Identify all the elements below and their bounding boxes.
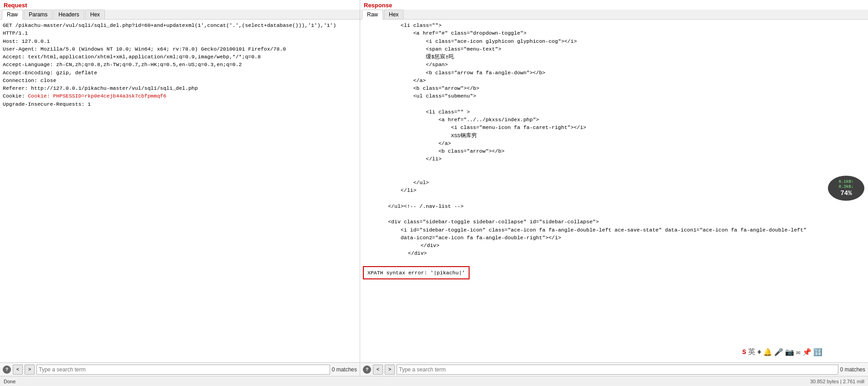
response-help-button[interactable]: ?: [363, 365, 371, 374]
resp-line-5: 缓$惩宸±吒: [363, 53, 865, 61]
resp-line-17: </li>: [363, 155, 865, 163]
request-panel: Request Raw Params Headers Hex GET /pika…: [0, 0, 360, 376]
resp-line-6: </span>: [363, 61, 865, 68]
request-help-button[interactable]: ?: [3, 365, 11, 374]
toolbar-icon-3: 🔔: [763, 348, 772, 357]
resp-line-22: <i id="sidebar-toggle-icon" class="ace-i…: [363, 226, 865, 234]
response-next-button[interactable]: >: [385, 365, 395, 375]
error-highlight-box: </div> </div> XPATH syntax error: '|pika…: [363, 242, 865, 280]
response-body: <li class=""> <a href="#" class="dropdow…: [360, 20, 868, 362]
network-monitor-widget: 0.1kB↑ 0.3kB↓ 74%: [828, 175, 864, 201]
request-prev-button[interactable]: <: [13, 365, 23, 375]
response-search-matches: 0 matches: [840, 366, 865, 373]
resp-line-14: XSS钢库穷: [363, 132, 865, 139]
resp-line-25: </div>: [363, 249, 865, 257]
request-search-input[interactable]: [36, 365, 330, 375]
toolbar-icon-1: 英: [748, 347, 755, 357]
request-line-10: Upgrade-Insecure-Requests: 1: [3, 100, 357, 108]
resp-line-24: </div>: [363, 242, 865, 249]
toolbar-icon-5: 📷: [785, 348, 794, 357]
resp-line-8: </a>: [363, 77, 865, 84]
resp-line-2: <a href="#" class="dropdown-toggle">: [363, 29, 865, 37]
xpath-error-text: XPATH syntax error: '|pikachu|': [367, 270, 465, 276]
status-left: Done: [4, 379, 16, 384]
request-next-button[interactable]: >: [25, 365, 35, 375]
toolbar-icons: S 英 ♦ 🔔 🎤 📷 ✉ 📌 🔢: [742, 347, 822, 357]
resp-line-10: <ul class="submenu">: [363, 92, 865, 100]
response-panel: Response Raw Hex <li class=""> <a href="…: [360, 0, 868, 376]
resp-line-1: <li class="">: [363, 21, 865, 29]
request-tab-headers[interactable]: Headers: [53, 10, 84, 19]
resp-line-12: <a href="../../pkxss/index.php">: [363, 116, 865, 124]
resp-line-18: </ul>: [363, 179, 865, 186]
network-percent: 74%: [840, 190, 852, 197]
response-search-input[interactable]: [397, 365, 838, 375]
network-download: 0.3kB↓: [839, 185, 853, 189]
toolbar-icon-6: ✉: [796, 348, 801, 357]
toolbar-icon-4: 🎤: [774, 348, 783, 357]
request-line-4: User-Agent: Mozilla/5.0 (Windows NT 10.0…: [3, 45, 357, 53]
request-line-8: Connection: close: [3, 77, 357, 84]
request-line-6: Accept-Language: zh-CN,zh;q=0.8,zh-TW;q=…: [3, 61, 357, 68]
request-line-9: Referer: http://127.0.0.1/pikachu-master…: [3, 84, 357, 92]
xpath-error-box: XPATH syntax error: '|pikachu|': [363, 266, 470, 279]
resp-line-9: <b class="arrow"></b>: [363, 84, 865, 92]
request-search-bar: ? < > 0 matches: [0, 362, 360, 376]
resp-line-16: <b class="arrow"></b>: [363, 147, 865, 155]
response-search-bar: ? < > 0 matches: [360, 362, 868, 376]
resp-line-3: <i class="ace-icon glyphicon glyphicon-c…: [363, 37, 865, 45]
response-tab-hex[interactable]: Hex: [384, 10, 403, 19]
request-line-2: HTTP/1.1: [3, 29, 357, 37]
request-line-5: Accept: text/html,application/xhtml+xml,…: [3, 53, 357, 61]
resp-line-21: <div class="sidebar-toggle sidebar-colla…: [363, 218, 865, 226]
request-body: GET /pikachu-master/vul/sqli/sqli_del.ph…: [0, 20, 360, 362]
network-upload: 0.1kB↑: [839, 180, 853, 184]
resp-line-15: </a>: [363, 139, 865, 147]
cookie-value: Cookie: PHPSESSID=rkp0e4cejb44a3sk7cbfpm…: [28, 93, 166, 99]
toolbar-icon-2: ♦: [757, 348, 762, 356]
resp-line-7: <b class="arrow fa fa-angle-down"></b>: [363, 69, 865, 77]
resp-line-19: </li>: [363, 186, 865, 194]
status-bar: Done 30.852 bytes | 2.761 mill: [0, 376, 868, 386]
response-tab-raw[interactable]: Raw: [362, 10, 383, 20]
response-title: Response: [360, 0, 868, 10]
request-line-cookie: Cookie: Cookie: PHPSESSID=rkp0e4cejb44a3…: [3, 92, 357, 100]
request-tabs: Raw Params Headers Hex: [0, 10, 360, 20]
response-prev-button[interactable]: <: [373, 365, 383, 375]
status-done: Done: [4, 379, 16, 384]
toolbar-icon-8: 🔢: [813, 348, 822, 357]
response-tabs: Raw Hex: [360, 10, 868, 20]
request-tab-hex[interactable]: Hex: [85, 10, 105, 19]
request-search-matches: 0 matches: [332, 366, 357, 373]
status-right: 30.852 bytes | 2.761 mill: [810, 379, 864, 384]
toolbar-icon-7: 📌: [802, 348, 811, 357]
request-title: Request: [0, 0, 360, 10]
request-tab-raw[interactable]: Raw: [2, 10, 23, 20]
request-tab-params[interactable]: Params: [24, 10, 52, 19]
sogou-icon: S: [742, 349, 746, 356]
resp-line-4: <span class="menu-text">: [363, 45, 865, 53]
request-line-1: GET /pikachu-master/vul/sqli/sqli_del.ph…: [3, 21, 357, 29]
request-line-3: Host: 127.0.0.1: [3, 37, 357, 45]
resp-line-20: </ul><!-- /.nav-list -->: [363, 202, 865, 210]
resp-line-11: <li class="" >: [363, 108, 865, 116]
request-line-7: Accept-Encoding: gzip, deflate: [3, 69, 357, 77]
resp-line-23: data-icon2="ace-icon fa fa-angle-double-…: [363, 234, 865, 242]
resp-line-13: <i class="menu-icon fa fa-caret-right"><…: [363, 124, 865, 131]
